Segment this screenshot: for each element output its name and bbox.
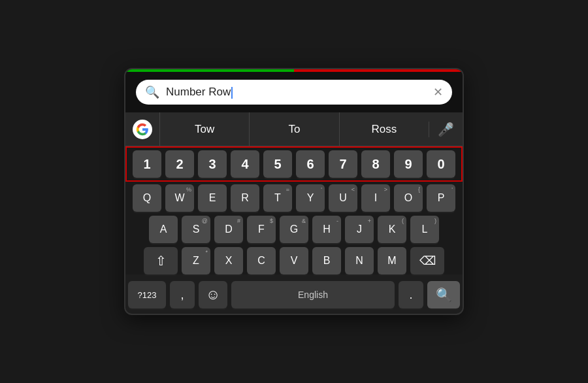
comma-key[interactable]: , [170,281,195,308]
backspace-key[interactable]: ⌫ [410,247,444,275]
key-a[interactable]: A [149,216,178,243]
suggestion-ross[interactable]: Ross [339,112,429,146]
shift-key[interactable]: ⇧ [144,247,178,275]
key-u[interactable]: <U [329,184,357,212]
key-3[interactable]: 3 [198,150,227,178]
key-d[interactable]: #D [214,216,243,243]
key-q[interactable]: Q [133,184,161,212]
keyboard-container: 🔍 Number Row ✕ Tow To Ross 🎤 1 [124,68,464,315]
key-b[interactable]: B [312,247,341,275]
key-x[interactable]: X [214,247,243,275]
key-n[interactable]: N [345,247,374,275]
key-e[interactable]: E [198,184,227,212]
shift-icon: ⇧ [155,253,167,269]
search-icon: 🔍 [145,85,159,99]
keys-area: Q %W E R =T 'Y <U >I {O 'P A @S #D $F &G… [125,182,463,275]
key-0[interactable]: 0 [427,150,455,178]
num123-key[interactable]: ?123 [128,281,166,308]
key-l[interactable]: )L [410,216,439,243]
key-2[interactable]: 2 [165,150,194,178]
key-9[interactable]: 9 [394,150,423,178]
asdf-row: A @S #D $F &G -H +J (K )L [128,216,460,243]
key-v[interactable]: V [280,247,308,275]
suggestion-tow[interactable]: Tow [159,112,249,146]
number-row-wrapper: 1 2 3 4 5 6 7 8 9 0 [125,146,463,182]
suggestion-to[interactable]: To [249,112,338,146]
space-key[interactable]: English [231,281,395,308]
key-h[interactable]: -H [312,216,341,243]
emoji-key[interactable]: ☺ [199,281,227,308]
suggestions-row: Tow To Ross 🎤 [125,112,463,146]
qwerty-row: Q %W E R =T 'Y <U >I {O 'P [128,184,460,212]
zxcv-row: ⇧ *Z X C V B N M ⌫ [128,247,460,275]
key-r[interactable]: R [231,184,259,212]
key-m[interactable]: M [378,247,406,275]
key-1[interactable]: 1 [133,150,161,178]
key-5[interactable]: 5 [263,150,292,178]
key-4[interactable]: 4 [231,150,259,178]
key-8[interactable]: 8 [361,150,390,178]
key-p[interactable]: 'P [427,184,455,212]
period-key[interactable]: . [399,281,423,308]
key-6[interactable]: 6 [296,150,325,178]
google-logo [125,120,159,139]
key-i[interactable]: >I [361,184,390,212]
number-row: 1 2 3 4 5 6 7 8 9 0 [129,150,459,178]
key-k[interactable]: (K [378,216,406,243]
key-7[interactable]: 7 [329,150,357,178]
key-g[interactable]: &G [280,216,308,243]
key-o[interactable]: {O [394,184,423,212]
key-j[interactable]: +J [345,216,374,243]
key-w[interactable]: %W [165,184,194,212]
search-input-text: Number Row [166,86,427,99]
key-t[interactable]: =T [263,184,292,212]
key-c[interactable]: C [247,247,276,275]
key-f[interactable]: $F [247,216,276,243]
search-bar[interactable]: 🔍 Number Row ✕ [136,80,452,105]
key-y[interactable]: 'Y [296,184,325,212]
key-s[interactable]: @S [182,216,210,243]
key-z[interactable]: *Z [182,247,210,275]
clear-icon[interactable]: ✕ [433,85,443,99]
search-key[interactable]: 🔍 [427,281,460,308]
mic-icon[interactable]: 🎤 [429,122,463,137]
bottom-row: ?123 , ☺ English . 🔍 [125,278,463,314]
search-bar-area: 🔍 Number Row ✕ [125,72,463,112]
